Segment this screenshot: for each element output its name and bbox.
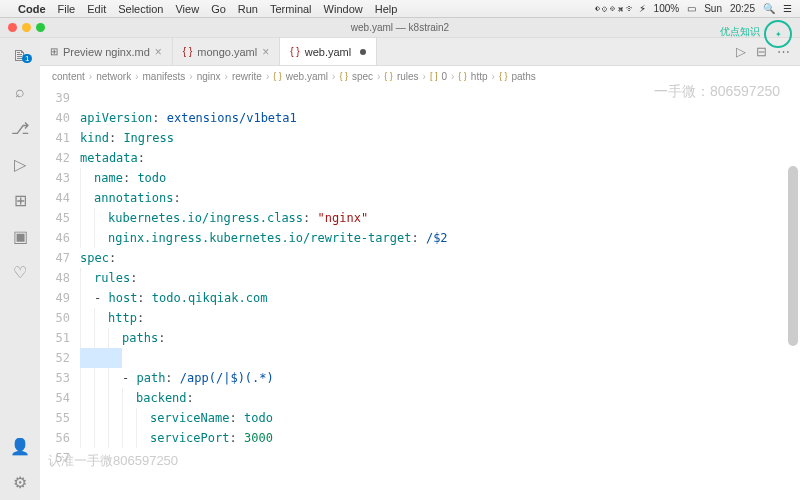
debug-icon[interactable]: ▷ [10, 154, 30, 174]
code-line[interactable] [80, 88, 800, 108]
window-title: web.yaml — k8strain2 [351, 22, 449, 33]
code-line[interactable]: kind: Ingress [80, 128, 800, 148]
code-line[interactable]: nginx.ingress.kubernetes.io/rewrite-targ… [80, 228, 800, 248]
menu-help[interactable]: Help [375, 3, 398, 15]
menubar-status: ◐ ⊙ ◎ ⌘ ᯤ ⚡︎ 100% ▭ Sun 20:25 🔍 ☰ [595, 3, 792, 14]
chevron-right-icon: › [423, 71, 426, 82]
line-number: 42 [40, 148, 70, 168]
breadcrumb-icon: { } [458, 71, 467, 81]
menu-file[interactable]: File [58, 3, 76, 15]
account-icon[interactable]: 👤 [10, 436, 30, 456]
line-number: 44 [40, 188, 70, 208]
code-line[interactable]: - host: todo.qikqiak.com [80, 288, 800, 308]
menu-app[interactable]: Code [18, 3, 46, 15]
breadcrumb-icon: { } [499, 71, 508, 81]
code-line[interactable]: annotations: [80, 188, 800, 208]
breadcrumb-item[interactable]: 0 [441, 71, 447, 82]
code-line[interactable]: paths: [80, 328, 800, 348]
scrollbar[interactable] [788, 166, 798, 346]
code-lines[interactable]: apiVersion: extensions/v1beta1kind: Ingr… [80, 86, 800, 500]
clock-time: 20:25 [730, 3, 755, 14]
line-number: 50 [40, 308, 70, 328]
settings-icon[interactable]: ⚙ [10, 472, 30, 492]
chevron-right-icon: › [189, 71, 192, 82]
breadcrumb-item[interactable]: rewrite [232, 71, 262, 82]
breadcrumb-item[interactable]: nginx [197, 71, 221, 82]
line-number: 57 [40, 448, 70, 468]
code-line[interactable]: metadata: [80, 148, 800, 168]
split-icon[interactable]: ⊟ [756, 44, 767, 59]
line-number: 41 [40, 128, 70, 148]
code-line[interactable] [80, 348, 800, 368]
file-icon: ⊞ [50, 46, 58, 57]
breadcrumb-icon: { } [273, 71, 282, 81]
editor-tabs: ⊞Preview nginx.md×{ }mongo.yaml×{ }web.y… [40, 38, 800, 66]
tab-mongo-yaml[interactable]: { }mongo.yaml× [173, 38, 280, 65]
code-line[interactable]: name: todo [80, 168, 800, 188]
breadcrumb[interactable]: content›network›manifests›nginx›rewrite›… [40, 66, 800, 86]
menu-view[interactable]: View [175, 3, 199, 15]
chevron-right-icon: › [135, 71, 138, 82]
code-line[interactable]: rules: [80, 268, 800, 288]
breadcrumb-item[interactable]: spec [352, 71, 373, 82]
window-controls[interactable] [8, 23, 45, 32]
code-line[interactable] [80, 448, 800, 468]
line-number: 54 [40, 388, 70, 408]
extensions-icon[interactable]: ⊞ [10, 190, 30, 210]
code-line[interactable]: spec: [80, 248, 800, 268]
code-editor[interactable]: 39404142434445464748495051525354555657 a… [40, 86, 800, 500]
line-number: 53 [40, 368, 70, 388]
line-number: 52 [40, 348, 70, 368]
line-number: 43 [40, 168, 70, 188]
code-line[interactable]: kubernetes.io/ingress.class: "nginx" [80, 208, 800, 228]
code-line[interactable]: apiVersion: extensions/v1beta1 [80, 108, 800, 128]
code-line[interactable]: servicePort: 3000 [80, 428, 800, 448]
breadcrumb-item[interactable]: paths [511, 71, 535, 82]
more-icon[interactable]: ⋯ [777, 44, 790, 59]
menu-icon[interactable]: ☰ [783, 3, 792, 14]
tab-label: web.yaml [305, 46, 351, 58]
chevron-right-icon: › [377, 71, 380, 82]
window-titlebar: web.yaml — k8strain2 [0, 18, 800, 38]
menu-edit[interactable]: Edit [87, 3, 106, 15]
menu-run[interactable]: Run [238, 3, 258, 15]
line-number: 39 [40, 88, 70, 108]
close-icon[interactable] [8, 23, 17, 32]
breadcrumb-item[interactable]: manifests [143, 71, 186, 82]
line-gutter: 39404142434445464748495051525354555657 [40, 86, 80, 500]
code-line[interactable]: backend: [80, 388, 800, 408]
menu-go[interactable]: Go [211, 3, 226, 15]
search-sidebar-icon[interactable]: ⌕ [10, 82, 30, 102]
chevron-right-icon: › [332, 71, 335, 82]
menu-terminal[interactable]: Terminal [270, 3, 312, 15]
close-tab-icon[interactable]: × [262, 45, 269, 59]
tab-web-yaml[interactable]: { }web.yaml [280, 38, 377, 65]
line-number: 49 [40, 288, 70, 308]
code-line[interactable]: http: [80, 308, 800, 328]
line-number: 56 [40, 428, 70, 448]
breadcrumb-item[interactable]: network [96, 71, 131, 82]
search-icon[interactable]: 🔍 [763, 3, 775, 14]
line-number: 51 [40, 328, 70, 348]
breadcrumb-item[interactable]: web.yaml [286, 71, 328, 82]
scm-icon[interactable]: ⎇ [10, 118, 30, 138]
tab-actions: ▷⊟⋯ [726, 38, 800, 65]
breadcrumb-item[interactable]: http [471, 71, 488, 82]
remote-icon[interactable]: ▣ [10, 226, 30, 246]
close-tab-icon[interactable]: × [155, 45, 162, 59]
breadcrumb-item[interactable]: content [52, 71, 85, 82]
tab-preview-nginx-md[interactable]: ⊞Preview nginx.md× [40, 38, 173, 65]
editor-area: ⊞Preview nginx.md×{ }mongo.yaml×{ }web.y… [40, 38, 800, 500]
explorer-icon[interactable]: 🗎1 [10, 46, 30, 66]
breadcrumb-item[interactable]: rules [397, 71, 419, 82]
run-icon[interactable]: ▷ [736, 44, 746, 59]
bookmark-icon[interactable]: ♡ [10, 262, 30, 282]
menu-selection[interactable]: Selection [118, 3, 163, 15]
explorer-badge: 1 [22, 54, 32, 63]
minimize-icon[interactable] [22, 23, 31, 32]
code-line[interactable]: serviceName: todo [80, 408, 800, 428]
menu-window[interactable]: Window [324, 3, 363, 15]
code-line[interactable]: - path: /app(/|$)(.*) [80, 368, 800, 388]
tab-label: mongo.yaml [197, 46, 257, 58]
zoom-icon[interactable] [36, 23, 45, 32]
